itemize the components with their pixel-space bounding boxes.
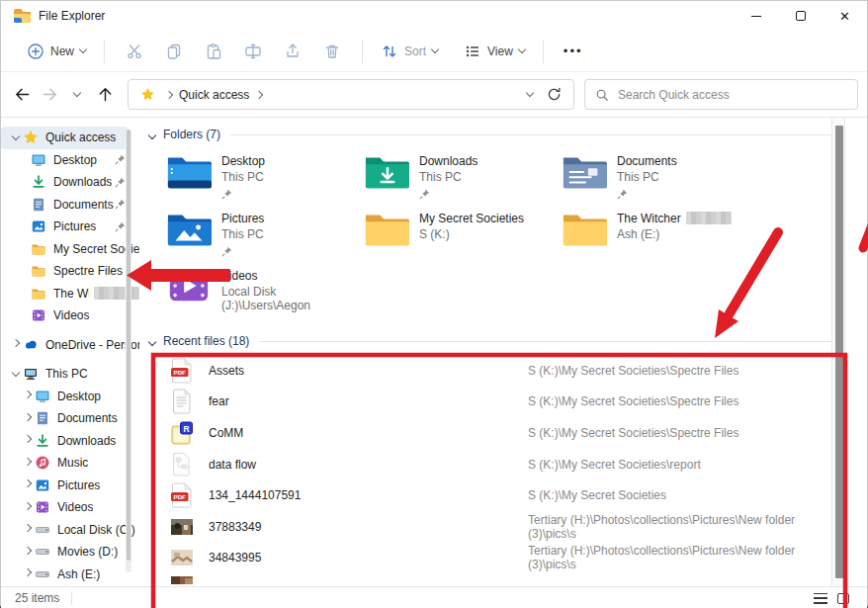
pin-icon — [419, 189, 430, 200]
sidebar-item-icon — [31, 307, 46, 323]
redacted-text — [686, 212, 732, 224]
rename-button[interactable] — [233, 36, 273, 67]
address-bar[interactable]: Quick access — [128, 79, 574, 110]
new-button[interactable]: New — [19, 37, 94, 66]
breadcrumb-location[interactable]: Quick access — [179, 88, 249, 102]
folder-tile[interactable]: Videos Local Disk (J:)\Users\Aegon — [166, 264, 364, 321]
sidebar-item-label: Local Disk (C:) — [57, 523, 135, 537]
sidebar-item[interactable]: Downloads — [1, 430, 139, 453]
sidebar-item-icon — [35, 455, 50, 471]
sidebar-item-label: Videos — [53, 308, 89, 322]
sidebar-item-label: Quick access — [45, 130, 116, 144]
scrollbar-thumb[interactable] — [835, 126, 843, 578]
sidebar-item[interactable]: Pictures — [1, 216, 139, 238]
file-name: 34843995 — [209, 551, 261, 565]
chevron-right-icon[interactable] — [21, 417, 35, 420]
close-button[interactable]: ✕ — [823, 1, 867, 31]
chevron-right-icon[interactable] — [9, 343, 23, 346]
chevron-right-icon[interactable] — [21, 528, 35, 531]
view-button[interactable]: View — [456, 37, 533, 66]
maximize-button[interactable] — [778, 1, 823, 31]
recent-files-section-header[interactable]: Recent files (18) — [149, 334, 841, 348]
details-view-toggle[interactable] — [814, 593, 827, 604]
sidebar-item[interactable]: Documents — [1, 407, 139, 430]
recent-file-row[interactable]: fear S (K:)\My Secret Societies\Spectre … — [151, 387, 843, 418]
sidebar-item[interactable]: Spectre Files — [1, 260, 139, 283]
recent-file-row[interactable]: R CoMM S (K:)\My Secret Societies\Spectr… — [151, 417, 843, 449]
recent-file-row[interactable]: PDF 134_1444107591 S (K:)\My Secret Soci… — [151, 479, 843, 511]
refresh-icon[interactable] — [547, 87, 562, 102]
recent-locations-button[interactable] — [64, 82, 90, 108]
sidebar-item[interactable]: Videos — [1, 304, 139, 327]
search-input[interactable] — [618, 88, 847, 102]
more-options-button[interactable]: ••• — [554, 43, 593, 58]
folder-tile[interactable]: Documents This PC — [562, 149, 759, 207]
sidebar-item[interactable]: Documents — [1, 194, 139, 217]
search-box[interactable] — [584, 79, 858, 110]
folder-tile[interactable]: Pictures This PC — [166, 207, 364, 264]
recent-file-row[interactable]: 34843995 Tertiary (H:)\Photos\collection… — [151, 543, 843, 574]
paste-button[interactable] — [194, 36, 233, 67]
recent-file-row[interactable]: 37883349 Tertiary (H:)\Photos\collection… — [151, 511, 843, 543]
sidebar-item[interactable]: Pictures — [1, 475, 139, 497]
sidebar-item[interactable]: Music — [1, 452, 139, 475]
sidebar-item-icon — [31, 263, 46, 279]
sidebar-item[interactable]: Desktop — [1, 149, 139, 172]
folders-section-header[interactable]: Folders (7) — [149, 128, 841, 141]
chevron-right-icon[interactable] — [21, 551, 35, 554]
recent-file-row[interactable]: data flow S (K:)\My Secret Societies\rep… — [151, 449, 843, 480]
sidebar-item-icon — [31, 197, 46, 213]
chevron-right-icon[interactable] — [21, 483, 35, 486]
sidebar-item[interactable]: Movies (D:) — [1, 541, 139, 564]
sidebar-item[interactable]: Downloads — [1, 171, 139, 194]
folder-location: S (K:) — [419, 227, 524, 242]
sidebar-item-this-pc[interactable]: This PC — [1, 363, 139, 386]
sidebar-item[interactable]: Videos — [1, 496, 139, 519]
view-button-label: View — [487, 44, 513, 58]
folder-tile[interactable]: Downloads This PC — [364, 149, 562, 207]
chevron-down-icon[interactable] — [149, 128, 155, 141]
sidebar-item[interactable]: The Witcher — [1, 283, 139, 305]
onedrive-cloud-icon — [23, 337, 39, 353]
chevron-right-icon[interactable] — [21, 439, 35, 442]
share-button[interactable] — [273, 36, 312, 67]
chevron-right-icon[interactable] — [21, 506, 35, 509]
up-button[interactable] — [92, 82, 118, 108]
redacted-text — [94, 287, 139, 300]
delete-button[interactable] — [312, 36, 352, 67]
folder-name: Documents — [617, 154, 677, 168]
sidebar-item[interactable]: Local Disk (C:) — [1, 519, 139, 542]
chevron-right-icon[interactable] — [21, 394, 35, 397]
forward-button[interactable] — [37, 82, 62, 108]
folder-tile[interactable]: Desktop This PC — [166, 149, 364, 207]
minimize-icon — [751, 16, 761, 17]
chevron-right-icon[interactable] — [21, 462, 35, 465]
sidebar-item[interactable]: Ash (E:) — [1, 564, 139, 586]
back-button[interactable] — [9, 82, 35, 108]
sidebar-scrollbar[interactable] — [126, 130, 131, 572]
sidebar-item[interactable]: My Secret Societies — [1, 238, 139, 261]
chevron-right-icon[interactable] — [21, 572, 35, 575]
chevron-down-icon[interactable] — [9, 136, 23, 139]
cut-button[interactable] — [115, 36, 154, 67]
sidebar-item-onedrive[interactable]: OneDrive - Personal — [1, 334, 139, 357]
recent-file-row[interactable] — [151, 573, 843, 586]
chevron-down-icon[interactable] — [9, 373, 23, 376]
pin-icon — [115, 221, 126, 232]
address-dropdown-icon[interactable] — [526, 89, 534, 97]
chevron-down-icon[interactable] — [149, 334, 155, 348]
sort-button[interactable]: Sort — [373, 37, 446, 66]
minimize-button[interactable] — [734, 1, 778, 31]
folder-tile[interactable]: The Witcher Ash (E:) — [562, 207, 759, 264]
sidebar-item-label: Ash (E:) — [57, 567, 100, 581]
file-path: S (K:)\My Secret Societies\Spectre Files — [528, 426, 738, 440]
recent-file-row[interactable]: PDF Assets S (K:)\My Secret Societies\Sp… — [151, 355, 843, 387]
file-path: Tertiary (H:)\Photos\collections\Picture… — [528, 513, 843, 541]
large-icons-view-toggle[interactable] — [837, 593, 849, 604]
copy-button[interactable] — [154, 36, 194, 67]
sidebar-item-quick-access[interactable]: Quick access — [1, 127, 128, 149]
sidebar-item[interactable]: Desktop — [1, 386, 139, 408]
main-scrollbar[interactable] — [831, 118, 845, 586]
file-explorer-window: File Explorer ✕ New Sort View ••• — [0, 0, 868, 608]
folder-tile[interactable]: My Secret Societies S (K:) — [364, 207, 562, 264]
